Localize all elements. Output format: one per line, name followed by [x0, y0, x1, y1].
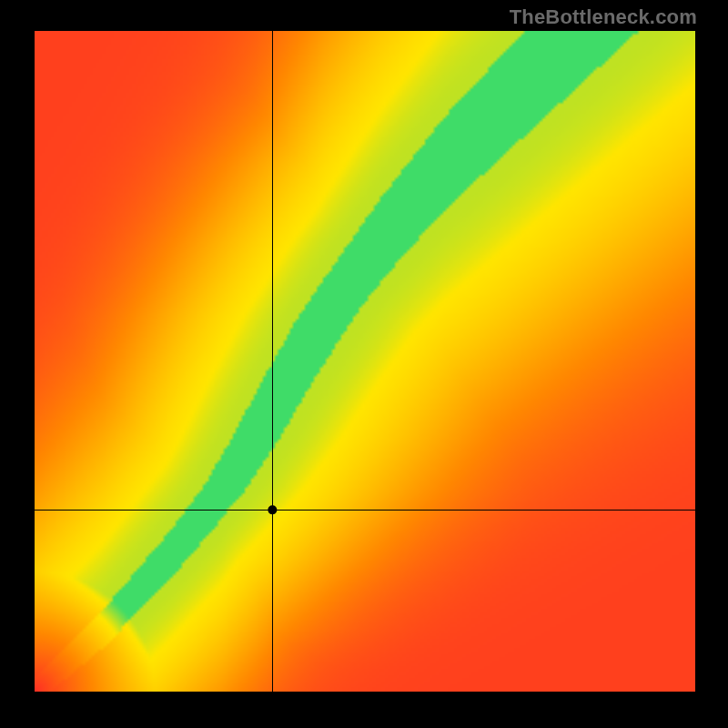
watermark-label: TheBottleneck.com	[510, 5, 697, 29]
overlay-canvas	[35, 31, 695, 692]
chart-stage: TheBottleneck.com	[0, 0, 728, 728]
